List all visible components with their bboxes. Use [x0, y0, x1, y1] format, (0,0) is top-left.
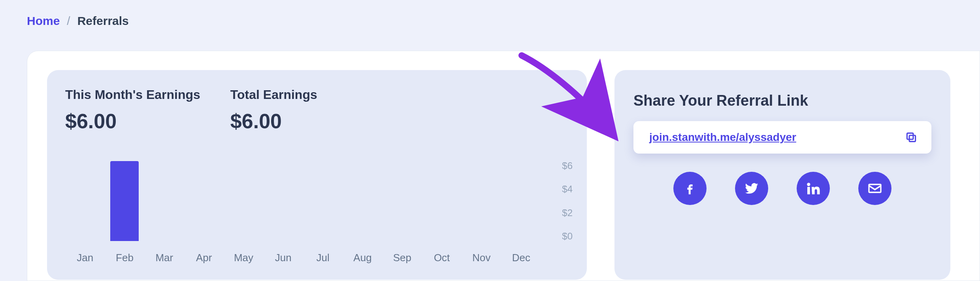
- bar-slot: [264, 161, 303, 241]
- stat-month: This Month's Earnings $6.00: [65, 87, 200, 133]
- bar-slot: [184, 161, 224, 241]
- x-label: Aug: [343, 252, 382, 264]
- referral-link[interactable]: join.stanwith.me/alyssadyer: [649, 131, 796, 144]
- share-twitter-button[interactable]: [735, 172, 768, 205]
- earnings-chart: JanFebMarAprMayJunJulAugSepOctNovDec $6$…: [65, 161, 573, 264]
- chart-y-labels: $6$4$2$0: [545, 161, 573, 241]
- share-email-button[interactable]: [858, 172, 891, 205]
- share-linkedin-button[interactable]: [797, 172, 830, 205]
- bar-slot: [145, 161, 184, 241]
- bar-slot: [383, 161, 422, 241]
- x-label: Apr: [184, 252, 224, 264]
- breadcrumb-home-link[interactable]: Home: [27, 14, 60, 28]
- bar-slot: [303, 161, 343, 241]
- share-card: Share Your Referral Link join.stanwith.m…: [614, 70, 950, 280]
- svg-rect-0: [909, 135, 916, 142]
- earnings-card: This Month's Earnings $6.00 Total Earnin…: [47, 70, 587, 280]
- x-label: Sep: [383, 252, 422, 264]
- x-label: Dec: [501, 252, 541, 264]
- facebook-icon: [682, 180, 698, 196]
- y-label: $4: [562, 184, 573, 194]
- bar-slot: [65, 161, 105, 241]
- breadcrumb: Home / Referrals: [0, 0, 980, 28]
- chart-x-labels: JanFebMarAprMayJunJulAugSepOctNovDec: [65, 252, 541, 264]
- breadcrumb-current: Referrals: [77, 14, 129, 28]
- stats-row: This Month's Earnings $6.00 Total Earnin…: [65, 87, 569, 133]
- stat-total-title: Total Earnings: [230, 87, 317, 102]
- bar-slot: [422, 161, 462, 241]
- share-title: Share Your Referral Link: [633, 92, 931, 109]
- svg-rect-1: [907, 133, 913, 139]
- copy-link-button[interactable]: [902, 128, 920, 146]
- x-label: Nov: [462, 252, 501, 264]
- copy-icon: [905, 131, 918, 144]
- x-label: May: [224, 252, 263, 264]
- linkedin-icon: [805, 180, 821, 196]
- stat-month-title: This Month's Earnings: [65, 87, 200, 102]
- stat-month-value: $6.00: [65, 109, 200, 133]
- x-label: Feb: [105, 252, 144, 264]
- x-label: Mar: [145, 252, 184, 264]
- y-label: $2: [562, 208, 573, 218]
- y-label: $0: [562, 232, 573, 241]
- x-label: Jun: [264, 252, 303, 264]
- x-label: Jan: [65, 252, 105, 264]
- share-facebook-button[interactable]: [673, 172, 707, 205]
- stat-total-value: $6.00: [230, 109, 317, 133]
- y-label: $6: [562, 161, 573, 171]
- bar-slot: [501, 161, 541, 241]
- bar: [110, 161, 139, 241]
- referral-link-box: join.stanwith.me/alyssadyer: [633, 121, 931, 154]
- x-label: Oct: [422, 252, 462, 264]
- bar-slot: [462, 161, 501, 241]
- main-card: This Month's Earnings $6.00 Total Earnin…: [27, 51, 980, 281]
- bar-slot: [105, 161, 144, 241]
- stat-total: Total Earnings $6.00: [230, 87, 317, 133]
- breadcrumb-separator: /: [67, 14, 70, 28]
- twitter-icon: [744, 180, 760, 196]
- bar-slot: [224, 161, 263, 241]
- email-icon: [867, 180, 883, 196]
- social-share-row: [633, 172, 931, 205]
- chart-plot: [65, 161, 541, 241]
- x-label: Jul: [303, 252, 343, 264]
- bar-slot: [343, 161, 382, 241]
